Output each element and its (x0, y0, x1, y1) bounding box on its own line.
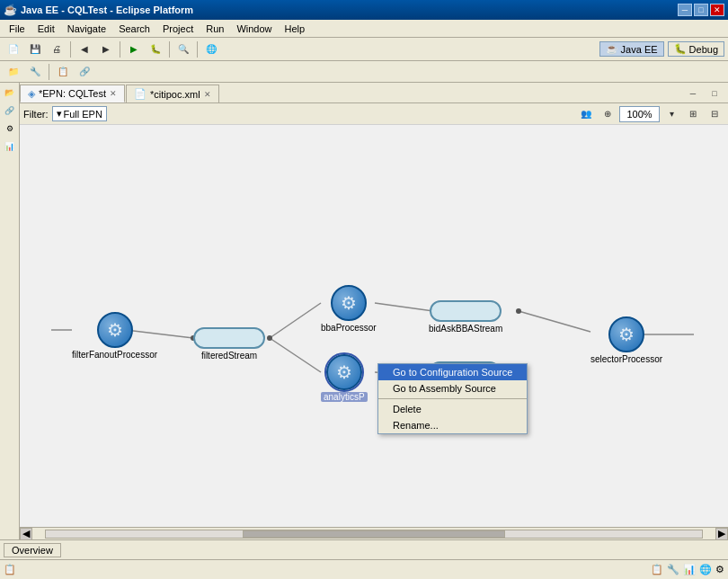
zoom-out-btn[interactable]: 👥 (576, 105, 596, 123)
print-button[interactable]: 🖨 (47, 40, 67, 58)
second-toolbar: 📁 🔧 📋 🔗 (0, 61, 728, 83)
menu-help[interactable]: Help (280, 22, 311, 35)
toolbar-sep-1 (70, 41, 71, 58)
toolbar2-btn2[interactable]: 🔧 (25, 63, 45, 81)
canvas-area[interactable]: filterFanoutProcessor filteredStream bba… (20, 125, 728, 527)
svg-line-3 (375, 303, 433, 311)
status-bar: 📋 📋 🔧 📊 🌐 ⚙ (0, 559, 728, 579)
node-filterFanout[interactable]: filterFanoutProcessor (72, 312, 157, 360)
forward-button[interactable]: ▶ (96, 40, 116, 58)
toolbar2-btn1[interactable]: 📁 (4, 63, 23, 81)
maximize-button[interactable]: □ (694, 4, 708, 16)
tab-citipoc[interactable]: 📄 *citipoc.xml ✕ (126, 85, 219, 102)
status-btn-2[interactable]: 🔧 (667, 564, 679, 575)
node-filteredStream[interactable]: filteredStream (193, 327, 265, 361)
scroll-left-btn[interactable]: ◀ (20, 528, 32, 540)
scrollbar-thumb-h[interactable] (243, 530, 505, 538)
sidebar-icon-4[interactable]: 📊 (2, 138, 18, 155)
minimize-button[interactable]: ─ (678, 4, 692, 16)
fit-btn[interactable]: ⊞ (683, 105, 703, 123)
menu-window[interactable]: Window (231, 22, 277, 35)
context-menu-delete[interactable]: Delete (378, 401, 527, 417)
scrollbar-track-h[interactable] (45, 530, 703, 539)
context-menu-goto-assembly[interactable]: Go to Assembly Source (378, 380, 527, 396)
toolbar-right: ☕ Java EE 🐛 Debug (599, 41, 724, 57)
browser-button[interactable]: 🌐 (201, 40, 221, 58)
status-btn-1[interactable]: 📋 (651, 564, 663, 575)
debug-label: Debug (689, 44, 718, 55)
node-icon-bbaProcessor (331, 285, 367, 321)
menu-project[interactable]: Project (157, 22, 199, 35)
close-button[interactable]: ✕ (710, 4, 724, 16)
debug-button[interactable]: 🐛 (146, 40, 165, 58)
stream-label-filteredStream: filteredStream (201, 351, 257, 361)
menu-search[interactable]: Search (113, 22, 155, 35)
toolbar2-btn3[interactable]: 📋 (53, 63, 73, 81)
zoom-in-btn[interactable]: ⊕ (598, 105, 617, 123)
svg-line-1 (270, 303, 321, 338)
node-selectorProcessor[interactable]: selectorProcessor (590, 316, 662, 364)
context-menu-goto-config[interactable]: Go to Configuration Source (378, 364, 527, 380)
debug-icon: 🐛 (674, 43, 687, 55)
node-icon-analyticsP (326, 354, 362, 390)
layout-btn[interactable]: ⊟ (705, 105, 724, 123)
scrollbar-horizontal[interactable]: ◀ ▶ (20, 527, 728, 539)
svg-line-4 (519, 311, 590, 332)
tab-label-citipoc: *citipoc.xml (150, 89, 200, 100)
tab-close-epn[interactable]: ✕ (110, 89, 117, 98)
sidebar-icon-1[interactable]: 📂 (2, 85, 18, 101)
menu-run[interactable]: Run (200, 22, 229, 35)
status-btn-5[interactable]: ⚙ (715, 564, 724, 575)
context-menu-sep (378, 398, 527, 399)
node-bidAskBBAStream[interactable]: bidAskBBAStream (429, 300, 502, 334)
editor-toolbar: Filter: ▾ Full EPN 👥 ⊕ ▾ ⊞ ⊟ (20, 103, 728, 125)
menu-bar: File Edit Navigate Search Project Run Wi… (0, 20, 728, 38)
menu-edit[interactable]: Edit (32, 22, 60, 35)
debug-perspective[interactable]: 🐛 Debug (668, 41, 724, 57)
javaee-perspective[interactable]: ☕ Java EE (599, 41, 664, 57)
status-right: 📋 🔧 📊 🌐 ⚙ (651, 564, 724, 575)
status-icon: 📋 (4, 564, 16, 575)
filter-dropdown[interactable]: ▾ Full EPN (52, 106, 107, 121)
toolbar-sep-4 (197, 41, 198, 58)
scroll-right-btn[interactable]: ▶ (715, 528, 728, 540)
window-title: Java EE - CQLTest - Eclipse Platform (21, 4, 193, 15)
zoom-box: 👥 ⊕ ▾ ⊞ ⊟ (576, 105, 724, 123)
search-button[interactable]: 🔍 (173, 40, 193, 58)
node-analyticsP[interactable]: analyticsP (321, 354, 368, 402)
run-button[interactable]: ▶ (124, 40, 144, 58)
status-btn-4[interactable]: 🌐 (699, 564, 712, 575)
new-button[interactable]: 📄 (4, 40, 23, 58)
title-bar: ☕ Java EE - CQLTest - Eclipse Platform ─… (0, 0, 728, 20)
zoom-dropdown[interactable]: ▾ (661, 105, 681, 123)
save-button[interactable]: 💾 (25, 40, 45, 58)
sidebar-icon-2[interactable]: 🔗 (2, 102, 18, 119)
editor-max-btn[interactable]: □ (705, 85, 724, 102)
tab-close-citipoc[interactable]: ✕ (204, 90, 211, 99)
editor-area: ◈ *EPN: CQLTest ✕ 📄 *citipoc.xml ✕ ─ □ F… (20, 83, 728, 539)
toolbar2-btn4[interactable]: 🔗 (75, 63, 94, 81)
back-button[interactable]: ◀ (75, 40, 94, 58)
overview-tab[interactable]: Overview (4, 543, 61, 557)
tab-epn-cqltest[interactable]: ◈ *EPN: CQLTest ✕ (20, 85, 125, 102)
zoom-input[interactable] (619, 106, 660, 122)
editor-min-btn[interactable]: ─ (683, 85, 703, 102)
status-btn-3[interactable]: 📊 (683, 564, 696, 575)
context-menu-rename[interactable]: Rename... (378, 417, 527, 433)
sidebar-icon-3[interactable]: ⚙ (2, 120, 18, 137)
filter-icon: ▾ (57, 108, 62, 120)
title-bar-controls[interactable]: ─ □ ✕ (678, 4, 724, 16)
node-bbaProcessor[interactable]: bbaProcessor (321, 285, 377, 333)
node-label-filterFanout: filterFanoutProcessor (72, 350, 157, 360)
main-toolbar: 📄 💾 🖨 ◀ ▶ ▶ 🐛 🔍 🌐 ☕ Java EE 🐛 Debug (0, 38, 728, 61)
main-layout: 📂 🔗 ⚙ 📊 ◈ *EPN: CQLTest ✕ 📄 *citipoc.xml… (0, 83, 728, 539)
svg-line-2 (270, 338, 321, 372)
menu-file[interactable]: File (4, 22, 31, 35)
node-label-bbaProcessor: bbaProcessor (321, 323, 377, 333)
node-label-analyticsP: analyticsP (321, 392, 368, 402)
tab-bar: ◈ *EPN: CQLTest ✕ 📄 *citipoc.xml ✕ ─ □ (20, 83, 728, 103)
menu-navigate[interactable]: Navigate (62, 22, 111, 35)
javaee-label: Java EE (621, 44, 658, 55)
stream-label-bidAskBBAStream: bidAskBBAStream (429, 324, 502, 334)
node-label-selectorProcessor: selectorProcessor (590, 354, 662, 364)
